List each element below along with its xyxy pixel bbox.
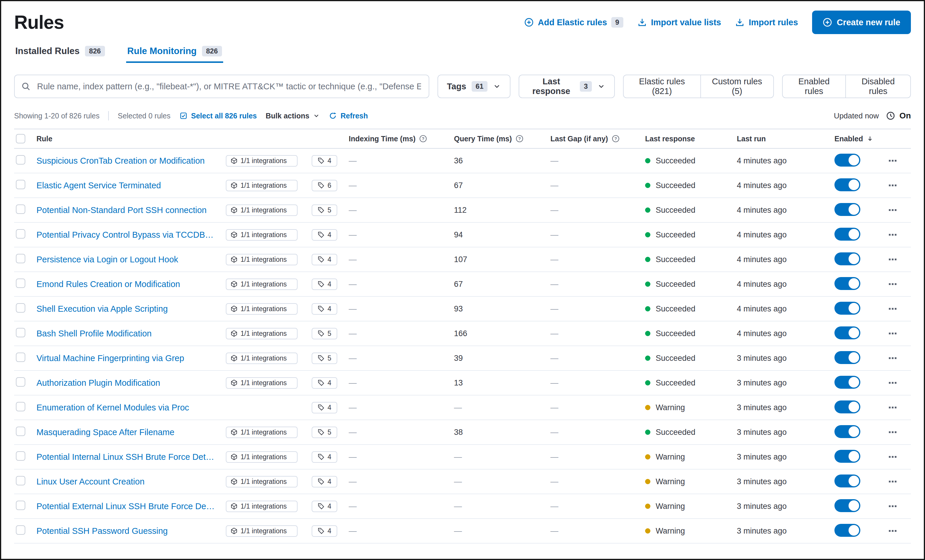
enabled-toggle[interactable] [835,499,860,512]
tags-badge[interactable]: 5 [312,353,337,364]
column-header-last-gap[interactable]: Last Gap (if any) ? [550,135,645,143]
integrations-badge[interactable]: 1/1 integrations [226,155,298,167]
tags-badge[interactable]: 4 [312,303,337,315]
rule-name-link[interactable]: Potential Internal Linux SSH Brute Force… [36,452,222,462]
row-checkbox[interactable] [16,377,25,387]
custom-rules-filter[interactable]: Custom rules (5) [701,75,773,98]
tab-installed-rules[interactable]: Installed Rules 826 [14,41,106,63]
tags-badge[interactable]: 5 [312,426,337,438]
tags-badge[interactable]: 4 [312,155,337,167]
last-response-filter-button[interactable]: Last response 3 [519,75,615,98]
rule-name-link[interactable]: Shell Execution via Apple Scripting [36,304,222,314]
enabled-toggle[interactable] [835,228,860,241]
auto-refresh-button[interactable]: On [886,111,911,120]
rule-name-link[interactable]: Potential SSH Password Guessing [36,526,222,536]
enabled-toggle[interactable] [835,326,860,339]
row-actions-button[interactable] [885,227,900,242]
row-checkbox[interactable] [16,426,25,436]
enabled-rules-filter[interactable]: Enabled rules [783,75,846,98]
row-actions-button[interactable] [885,301,900,317]
integrations-badge[interactable]: 1/1 integrations [226,451,298,463]
tags-badge[interactable]: 4 [312,501,337,512]
tags-badge[interactable]: 4 [312,451,337,463]
select-all-checkbox[interactable] [16,134,25,143]
integrations-badge[interactable]: 1/1 integrations [226,303,298,315]
search-input[interactable] [36,81,422,92]
rule-name-link[interactable]: Potential Privacy Control Bypass via TCC… [36,230,222,240]
rule-name-link[interactable]: Enumeration of Kernel Modules via Proc [36,403,222,413]
question-in-circle-icon[interactable]: ? [515,135,524,143]
integrations-badge[interactable]: 1/1 integrations [226,476,298,488]
enabled-toggle[interactable] [835,302,860,315]
row-actions-button[interactable] [885,252,900,267]
row-checkbox[interactable] [16,501,25,510]
rule-name-link[interactable]: Authorization Plugin Modification [36,378,222,388]
rule-name-link[interactable]: Suspicious CronTab Creation or Modificat… [36,156,222,166]
integrations-badge[interactable]: 1/1 integrations [226,426,298,438]
row-actions-button[interactable] [885,350,900,366]
rule-name-link[interactable]: Potential External Linux SSH Brute Force… [36,501,222,511]
integrations-badge[interactable]: 1/1 integrations [226,204,298,216]
row-checkbox[interactable] [16,303,25,312]
tags-badge[interactable]: 5 [312,204,337,216]
rule-name-link[interactable]: Bash Shell Profile Modification [36,329,222,338]
row-checkbox[interactable] [16,451,25,461]
integrations-badge[interactable]: 1/1 integrations [226,328,298,339]
rule-name-link[interactable]: Persistence via Login or Logout Hook [36,255,222,264]
tags-badge[interactable]: 4 [312,377,337,389]
row-actions-button[interactable] [885,425,900,440]
rule-name-link[interactable]: Elastic Agent Service Terminated [36,181,222,191]
row-checkbox[interactable] [16,328,25,337]
tags-filter-button[interactable]: Tags 61 [437,75,511,98]
integrations-badge[interactable]: 1/1 integrations [226,525,298,537]
enabled-toggle[interactable] [835,474,860,488]
tags-badge[interactable]: 6 [312,180,337,191]
tags-badge[interactable]: 4 [312,402,337,413]
row-actions-button[interactable] [885,523,900,539]
enabled-toggle[interactable] [835,376,860,389]
row-actions-button[interactable] [885,400,900,415]
column-header-last-response[interactable]: Last response [645,135,737,143]
row-actions-button[interactable] [885,276,900,292]
integrations-badge[interactable]: 1/1 integrations [226,254,298,265]
integrations-badge[interactable]: 1/1 integrations [226,279,298,290]
tags-badge[interactable]: 4 [312,254,337,265]
row-checkbox[interactable] [16,180,25,189]
integrations-badge[interactable]: 1/1 integrations [226,501,298,512]
column-header-query-time[interactable]: Query Time (ms) ? [454,135,550,143]
row-checkbox[interactable] [16,254,25,263]
row-actions-button[interactable] [885,326,900,341]
add-elastic-rules-button[interactable]: Add Elastic rules 9 [524,17,623,28]
enabled-toggle[interactable] [835,450,860,463]
rule-name-link[interactable]: Masquerading Space After Filename [36,428,222,437]
column-header-indexing-time[interactable]: Indexing Time (ms) ? [349,135,454,143]
create-new-rule-button[interactable]: Create new rule [812,11,911,34]
disabled-rules-filter[interactable]: Disabled rules [845,75,910,98]
question-in-circle-icon[interactable]: ? [419,135,427,143]
enabled-toggle[interactable] [835,252,860,265]
question-in-circle-icon[interactable]: ? [612,135,620,143]
tags-badge[interactable]: 5 [312,328,337,339]
row-checkbox[interactable] [16,155,25,165]
column-header-last-run[interactable]: Last run [737,135,835,143]
rule-name-link[interactable]: Potential Non-Standard Port SSH connecti… [36,206,222,215]
row-checkbox[interactable] [16,525,25,535]
row-actions-button[interactable] [885,474,900,489]
row-actions-button[interactable] [885,498,900,514]
column-header-rule[interactable]: Rule [36,135,349,143]
enabled-toggle[interactable] [835,524,860,537]
tags-badge[interactable]: 4 [312,229,337,241]
bulk-actions-button[interactable]: Bulk actions [266,112,320,120]
integrations-badge[interactable]: 1/1 integrations [226,180,298,191]
tags-badge[interactable]: 4 [312,525,337,537]
rule-name-link[interactable]: Emond Rules Creation or Modification [36,279,222,289]
enabled-toggle[interactable] [835,203,860,216]
elastic-rules-filter[interactable]: Elastic rules (821) [624,75,701,98]
row-actions-button[interactable] [885,153,900,168]
enabled-toggle[interactable] [835,401,860,413]
enabled-toggle[interactable] [835,277,860,290]
refresh-button[interactable]: Refresh [329,112,368,120]
tab-rule-monitoring[interactable]: Rule Monitoring 826 [126,41,223,63]
row-checkbox[interactable] [16,229,25,239]
enabled-toggle[interactable] [835,425,860,438]
